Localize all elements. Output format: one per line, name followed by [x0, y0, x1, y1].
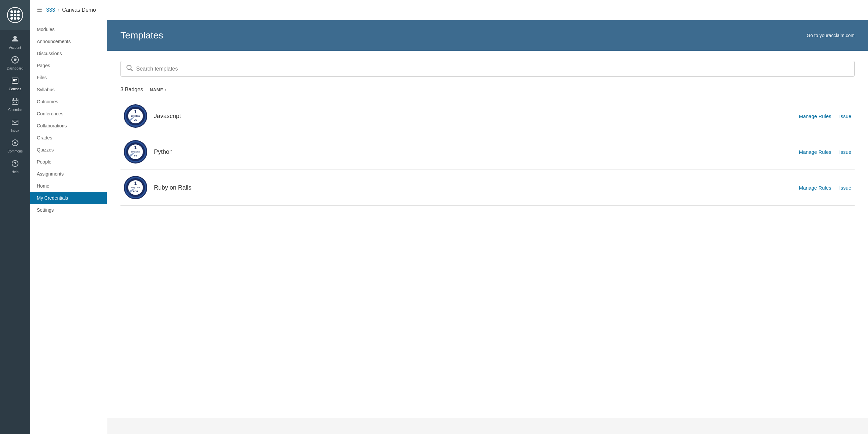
- help-icon: ?: [11, 160, 19, 169]
- badge-name-javascript: Javascript: [154, 113, 799, 120]
- course-nav-item-collaborations[interactable]: Collaborations: [30, 120, 107, 132]
- svg-rect-16: [16, 102, 17, 103]
- svg-rect-11: [12, 99, 18, 104]
- course-nav-item-home[interactable]: Home: [30, 180, 107, 192]
- nav-item-account[interactable]: Account: [0, 31, 30, 53]
- course-nav-item-outcomes[interactable]: Outcomes: [30, 96, 107, 108]
- breadcrumb: 333 › Canvas Demo: [46, 7, 96, 13]
- course-nav-item-pages[interactable]: Pages: [30, 60, 107, 72]
- content-body: 3 Badges NAME ↑ 1LINCOLNJSJavascriptMana…: [107, 51, 868, 418]
- badge-row-javascript: 1LINCOLNJSJavascriptManage RulesIssue: [121, 98, 855, 134]
- search-input[interactable]: [136, 66, 849, 72]
- badge-list: 1LINCOLNJSJavascriptManage RulesIssue1LI…: [121, 98, 855, 206]
- badge-row-ruby-on-rails: 1LINCOLNRORRuby on RailsManage RulesIssu…: [121, 170, 855, 206]
- nav-help-label: Help: [12, 170, 19, 174]
- svg-rect-9: [16, 80, 17, 81]
- svg-rect-17: [12, 120, 18, 125]
- svg-text:ROR: ROR: [133, 190, 138, 193]
- inbox-icon: [11, 119, 19, 127]
- nav-item-courses[interactable]: Courses: [0, 73, 30, 94]
- nav-calendar-label: Calendar: [8, 108, 22, 112]
- svg-text:PY: PY: [134, 155, 137, 157]
- course-nav-item-files[interactable]: Files: [30, 72, 107, 84]
- nav-dashboard-label: Dashboard: [7, 67, 24, 70]
- svg-rect-10: [13, 81, 17, 82]
- content-area: ModulesAnnouncementsDiscussionsPagesFile…: [30, 20, 868, 434]
- sort-button[interactable]: NAME ↑: [150, 87, 167, 92]
- nav-item-commons[interactable]: Commons: [0, 136, 30, 157]
- commons-icon: [11, 139, 19, 148]
- breadcrumb-course-id[interactable]: 333: [46, 7, 55, 13]
- svg-text:JS: JS: [134, 119, 137, 121]
- svg-rect-6: [12, 78, 18, 83]
- course-nav: ModulesAnnouncementsDiscussionsPagesFile…: [30, 20, 107, 434]
- svg-text:1: 1: [134, 180, 137, 186]
- course-nav-item-modules[interactable]: Modules: [30, 24, 107, 35]
- account-icon: [11, 35, 19, 44]
- search-icon: [126, 65, 133, 73]
- svg-line-22: [131, 69, 133, 71]
- badge-icon-python: 1LINCOLNPY: [124, 140, 147, 164]
- issue-link-ruby-on-rails[interactable]: Issue: [839, 185, 851, 191]
- badge-row-python: 1LINCOLNPYPythonManage RulesIssue: [121, 134, 855, 170]
- issue-link-python[interactable]: Issue: [839, 149, 851, 155]
- dashboard-icon: [11, 56, 19, 65]
- external-link[interactable]: Go to youracclaim.com: [807, 33, 855, 38]
- badge-name-python: Python: [154, 148, 799, 156]
- page-title: Templates: [121, 30, 163, 41]
- svg-rect-7: [13, 79, 15, 81]
- search-bar: [121, 61, 855, 76]
- course-nav-item-people[interactable]: People: [30, 156, 107, 168]
- course-nav-item-conferences[interactable]: Conferences: [30, 108, 107, 120]
- sort-arrow-icon: ↑: [165, 88, 167, 92]
- breadcrumb-course-name: Canvas Demo: [62, 7, 96, 13]
- header-banner: Templates Go to youracclaim.com: [107, 20, 868, 51]
- global-nav: Account Dashboard Courses: [0, 0, 30, 434]
- svg-text:?: ?: [14, 161, 17, 166]
- nav-item-calendar[interactable]: Calendar: [0, 94, 30, 115]
- svg-text:1: 1: [134, 109, 137, 114]
- course-nav-item-syllabus[interactable]: Syllabus: [30, 84, 107, 96]
- manage-rules-link-javascript[interactable]: Manage Rules: [799, 113, 831, 119]
- svg-text:1: 1: [134, 145, 137, 150]
- svg-point-0: [13, 36, 17, 39]
- nav-item-help[interactable]: ? Help: [0, 157, 30, 177]
- course-nav-item-settings[interactable]: Settings: [30, 204, 107, 216]
- course-nav-item-quizzes[interactable]: Quizzes: [30, 144, 107, 156]
- badges-count: 3 Badges: [121, 87, 143, 93]
- issue-link-javascript[interactable]: Issue: [839, 113, 851, 119]
- badge-name-ruby-on-rails: Ruby on Rails: [154, 184, 799, 191]
- course-nav-item-assignments[interactable]: Assignments: [30, 168, 107, 180]
- badge-icon-ruby-on-rails: 1LINCOLNROR: [124, 176, 147, 199]
- courses-icon: [11, 77, 19, 86]
- main-content: Templates Go to youracclaim.com: [107, 20, 868, 434]
- main-area: ☰ 333 › Canvas Demo ModulesAnnouncements…: [30, 0, 868, 434]
- course-nav-item-discussions[interactable]: Discussions: [30, 47, 107, 60]
- nav-inbox-label: Inbox: [11, 129, 19, 132]
- badge-actions-ruby-on-rails: Manage RulesIssue: [799, 185, 851, 191]
- hamburger-menu[interactable]: ☰: [37, 6, 42, 14]
- nav-item-dashboard[interactable]: Dashboard: [0, 53, 30, 73]
- nav-commons-label: Commons: [7, 149, 23, 153]
- badge-actions-javascript: Manage RulesIssue: [799, 113, 851, 119]
- nav-courses-label: Courses: [9, 87, 21, 91]
- breadcrumb-separator: ›: [58, 7, 60, 13]
- app-logo: [0, 0, 30, 30]
- badges-header: 3 Badges NAME ↑: [121, 87, 855, 93]
- course-nav-item-my-credentials[interactable]: My Credentials: [30, 192, 107, 204]
- top-bar: ☰ 333 › Canvas Demo: [30, 0, 868, 20]
- svg-rect-15: [13, 102, 14, 103]
- course-nav-item-announcements[interactable]: Announcements: [30, 35, 107, 47]
- nav-account-label: Account: [9, 46, 21, 49]
- badge-icon-javascript: 1LINCOLNJS: [124, 104, 147, 128]
- badge-actions-python: Manage RulesIssue: [799, 149, 851, 155]
- manage-rules-link-ruby-on-rails[interactable]: Manage Rules: [799, 185, 831, 191]
- svg-rect-8: [16, 79, 17, 80]
- calendar-icon: [11, 98, 19, 107]
- course-nav-item-grades[interactable]: Grades: [30, 132, 107, 144]
- nav-item-inbox[interactable]: Inbox: [0, 115, 30, 136]
- sort-label-text: NAME: [150, 87, 163, 92]
- manage-rules-link-python[interactable]: Manage Rules: [799, 149, 831, 155]
